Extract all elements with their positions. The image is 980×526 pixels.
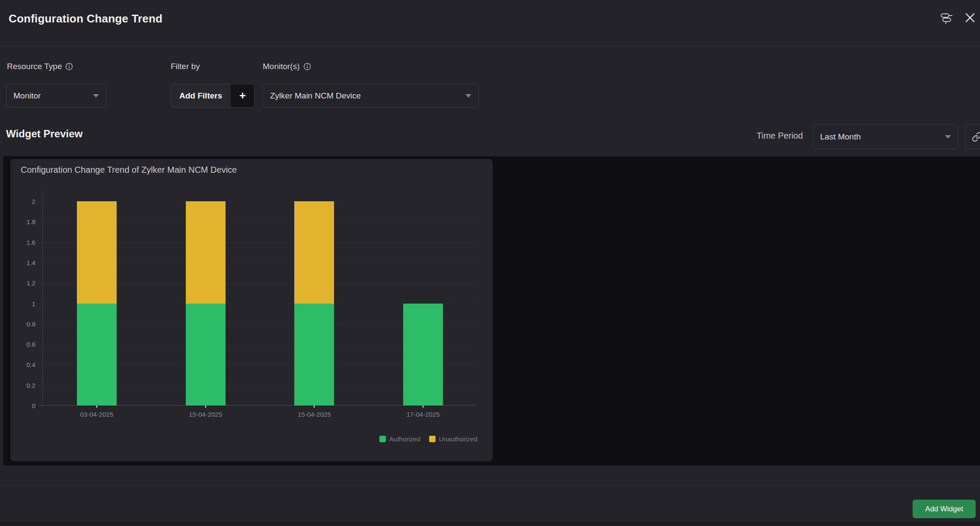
legend-label: Unauthorized bbox=[439, 435, 477, 443]
y-axis-tick-label: 1.2 bbox=[26, 279, 35, 287]
time-period-label: Time Period bbox=[757, 131, 803, 141]
y-axis-tick-label: 0 bbox=[32, 402, 35, 409]
y-axis-tick-label: 1.8 bbox=[26, 218, 35, 225]
x-axis-tick bbox=[314, 406, 315, 408]
close-button[interactable] bbox=[963, 10, 977, 25]
bar-segment-authorized[interactable] bbox=[77, 304, 117, 406]
widget-preview-area: Configuration Change Trend of Zylker Mai… bbox=[3, 156, 980, 466]
copy-link-button[interactable] bbox=[965, 124, 980, 149]
header-divider bbox=[0, 46, 980, 47]
x-axis-tick bbox=[205, 406, 206, 408]
signpost-layout-icon bbox=[940, 11, 953, 24]
x-axis-label: 03-04-2025 bbox=[80, 411, 114, 418]
widget-layout-button[interactable] bbox=[939, 10, 954, 25]
bar-segment-unauthorized[interactable] bbox=[77, 201, 117, 304]
legend-item-unauthorized[interactable]: Unauthorized bbox=[429, 435, 477, 443]
chevron-down-icon bbox=[465, 94, 471, 98]
add-filters-label: Add Filters bbox=[171, 84, 231, 107]
page-title: Configuration Change Trend bbox=[9, 12, 162, 25]
bar-segment-unauthorized[interactable] bbox=[294, 201, 334, 304]
bar-segment-authorized[interactable] bbox=[294, 304, 334, 406]
footer-divider bbox=[0, 485, 980, 485]
widget-preview-title: Widget Preview bbox=[6, 128, 83, 140]
legend-label: Authorized bbox=[389, 435, 420, 443]
y-axis-tick-label: 1 bbox=[32, 300, 35, 307]
link-icon bbox=[972, 132, 980, 142]
chart-legend: AuthorizedUnauthorized bbox=[379, 435, 477, 443]
add-filters-button[interactable]: Add Filters + bbox=[170, 84, 255, 108]
y-axis-tick-label: 0.8 bbox=[26, 320, 35, 327]
legend-swatch bbox=[379, 436, 386, 442]
x-axis-tick bbox=[423, 406, 423, 408]
x-axis-tick bbox=[96, 406, 97, 408]
y-axis-tick-label: 1.6 bbox=[26, 238, 35, 246]
resource-type-label: Resource Type bbox=[7, 62, 73, 71]
monitors-select[interactable]: Zylker Main NCM Device bbox=[263, 84, 479, 108]
info-icon[interactable] bbox=[65, 63, 73, 70]
close-icon bbox=[964, 12, 976, 23]
time-period-select[interactable]: Last Month bbox=[813, 124, 958, 149]
bar-segment-unauthorized[interactable] bbox=[186, 201, 226, 304]
info-icon[interactable] bbox=[303, 63, 311, 70]
y-axis-tick-label: 1.4 bbox=[26, 259, 35, 266]
chevron-down-icon bbox=[93, 94, 99, 98]
chart-plot-area: 00.20.40.60.811.21.41.61.8203-04-202515-… bbox=[42, 201, 477, 406]
plus-icon[interactable]: + bbox=[231, 84, 254, 107]
add-widget-button[interactable]: Add Widget bbox=[913, 500, 976, 518]
bottom-edge-strip bbox=[0, 522, 980, 526]
x-axis-label: 15-04-2025 bbox=[298, 411, 331, 418]
resource-type-select[interactable]: Monitor bbox=[6, 84, 106, 108]
chevron-down-icon bbox=[945, 135, 951, 139]
legend-item-authorized[interactable]: Authorized bbox=[379, 435, 420, 443]
bar-segment-authorized[interactable] bbox=[186, 304, 226, 406]
x-axis-label: 17-04-2025 bbox=[407, 411, 440, 418]
chart-title: Configuration Change Trend of Zylker Mai… bbox=[21, 165, 237, 175]
monitors-label: Monitor(s) bbox=[263, 62, 311, 71]
bar-segment-authorized[interactable] bbox=[403, 304, 443, 406]
y-axis-tick-label: 0.4 bbox=[26, 361, 35, 368]
y-axis-tick-label: 0.2 bbox=[26, 381, 35, 389]
x-axis-label: 15-04-2025 bbox=[189, 411, 222, 418]
y-axis-tick-label: 0.6 bbox=[26, 341, 35, 348]
legend-swatch bbox=[429, 436, 436, 442]
y-axis-line bbox=[42, 190, 43, 406]
filter-by-label: Filter by bbox=[171, 62, 200, 71]
chart-widget-panel: Configuration Change Trend of Zylker Mai… bbox=[10, 159, 493, 461]
y-axis-tick-label: 2 bbox=[32, 198, 35, 205]
